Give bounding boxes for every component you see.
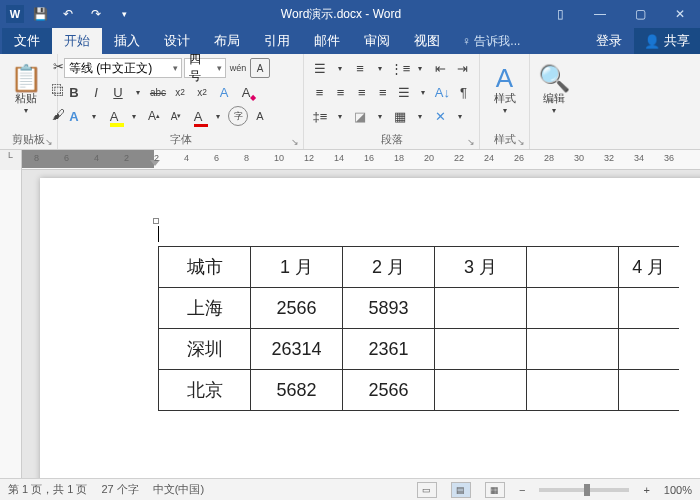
redo-icon[interactable]: ↷: [84, 2, 108, 26]
chevron-down-icon[interactable]: ▾: [452, 106, 468, 126]
close-icon[interactable]: ✕: [660, 0, 700, 28]
tab-view[interactable]: 视图: [402, 28, 452, 54]
strikethrough-button[interactable]: abc: [148, 82, 168, 102]
chevron-down-icon[interactable]: ▾: [412, 58, 428, 78]
account-signin[interactable]: 登录: [584, 28, 634, 54]
status-page[interactable]: 第 1 页，共 1 页: [8, 482, 87, 497]
font-color-button[interactable]: A: [188, 106, 208, 126]
tab-review[interactable]: 审阅: [352, 28, 402, 54]
clear-format-icon[interactable]: A◆: [236, 82, 256, 102]
table-cell[interactable]: [619, 329, 679, 370]
ribbon-options-icon[interactable]: ▯: [540, 0, 580, 28]
table-cell[interactable]: 5682: [251, 370, 343, 411]
tab-file[interactable]: 文件: [2, 28, 52, 54]
vertical-ruler[interactable]: [0, 170, 22, 478]
zoom-in-button[interactable]: +: [643, 484, 649, 496]
font-family-select[interactable]: 等线 (中文正文): [64, 58, 182, 78]
table-cell[interactable]: [619, 288, 679, 329]
char-shading-icon[interactable]: A: [250, 106, 270, 126]
table-cell[interactable]: [435, 370, 527, 411]
line-spacing-icon[interactable]: ‡≡: [310, 106, 330, 126]
distribute-icon[interactable]: ☰: [394, 82, 413, 102]
chevron-down-icon[interactable]: ▾: [130, 82, 146, 102]
increase-indent-icon[interactable]: ⇥: [452, 58, 472, 78]
table-cell[interactable]: [527, 370, 619, 411]
table-row[interactable]: 北京 5682 2566: [159, 370, 679, 411]
align-left-icon[interactable]: ≡: [310, 82, 329, 102]
maximize-icon[interactable]: ▢: [620, 0, 660, 28]
zoom-slider-thumb[interactable]: [584, 484, 590, 496]
chevron-down-icon[interactable]: ▾: [416, 82, 431, 102]
zoom-level[interactable]: 100%: [664, 484, 692, 496]
table-cell[interactable]: 2566: [251, 288, 343, 329]
phonetic-guide-icon[interactable]: wén: [228, 58, 248, 78]
subscript-button[interactable]: x2: [170, 82, 190, 102]
table-header-cell[interactable]: 城市: [159, 247, 251, 288]
table-cell[interactable]: 上海: [159, 288, 251, 329]
italic-button[interactable]: I: [86, 82, 106, 102]
table-move-handle[interactable]: [153, 218, 159, 224]
undo-icon[interactable]: ↶: [56, 2, 80, 26]
table-header-cell[interactable]: 3 月: [435, 247, 527, 288]
bold-button[interactable]: B: [64, 82, 84, 102]
superscript-button[interactable]: x2: [192, 82, 212, 102]
styles-button[interactable]: A 样式 ▾: [486, 58, 523, 122]
web-layout-icon[interactable]: ▦: [485, 482, 505, 498]
decrease-indent-icon[interactable]: ⇤: [430, 58, 450, 78]
table-header-cell[interactable]: [527, 247, 619, 288]
table-cell[interactable]: [619, 370, 679, 411]
table-cell[interactable]: 5893: [343, 288, 435, 329]
chevron-down-icon[interactable]: ▾: [210, 106, 226, 126]
text-effects-icon[interactable]: A: [214, 82, 234, 102]
status-words[interactable]: 27 个字: [101, 482, 138, 497]
horizontal-ruler[interactable]: 864224681012141618202224262830323436: [22, 150, 700, 170]
status-language[interactable]: 中文(中国): [153, 482, 204, 497]
data-table[interactable]: 城市 1 月 2 月 3 月 4 月 上海 2566 5893 深圳 26314…: [158, 246, 679, 411]
table-cell[interactable]: [527, 288, 619, 329]
tab-layout[interactable]: 布局: [202, 28, 252, 54]
clipboard-launcher-icon[interactable]: ↘: [45, 137, 53, 147]
align-justify-icon[interactable]: ≡: [373, 82, 392, 102]
document-page[interactable]: 城市 1 月 2 月 3 月 4 月 上海 2566 5893 深圳 26314…: [40, 178, 700, 478]
chevron-down-icon[interactable]: ▾: [332, 58, 348, 78]
grow-font-icon[interactable]: A▴: [144, 106, 164, 126]
share-button[interactable]: 👤共享: [634, 28, 700, 54]
table-header-cell[interactable]: 4 月: [619, 247, 679, 288]
zoom-out-button[interactable]: −: [519, 484, 525, 496]
borders-icon[interactable]: ▦: [390, 106, 410, 126]
save-icon[interactable]: 💾: [28, 2, 52, 26]
table-cell[interactable]: [527, 329, 619, 370]
editing-button[interactable]: 🔍 编辑 ▾: [536, 58, 572, 122]
table-cell[interactable]: 2566: [343, 370, 435, 411]
zoom-slider[interactable]: [539, 488, 629, 492]
tab-references[interactable]: 引用: [252, 28, 302, 54]
table-cell[interactable]: 北京: [159, 370, 251, 411]
print-layout-icon[interactable]: ▤: [451, 482, 471, 498]
chevron-down-icon[interactable]: ▾: [332, 106, 348, 126]
highlight-button[interactable]: A: [104, 106, 124, 126]
asian-layout-icon[interactable]: ✕: [430, 106, 450, 126]
paste-button[interactable]: 📋 粘贴 ▾: [6, 63, 46, 117]
table-cell[interactable]: [435, 288, 527, 329]
chevron-down-icon[interactable]: ▾: [372, 58, 388, 78]
tab-home[interactable]: 开始: [52, 28, 102, 54]
read-mode-icon[interactable]: ▭: [417, 482, 437, 498]
table-header-cell[interactable]: 1 月: [251, 247, 343, 288]
multilevel-list-icon[interactable]: ⋮≡: [390, 58, 410, 78]
numbering-icon[interactable]: ≡: [350, 58, 370, 78]
char-border-icon[interactable]: A: [250, 58, 270, 78]
styles-launcher-icon[interactable]: ↘: [517, 137, 525, 147]
shrink-font-icon[interactable]: A▾: [166, 106, 186, 126]
text-effect2-icon[interactable]: A: [64, 106, 84, 126]
align-right-icon[interactable]: ≡: [352, 82, 371, 102]
minimize-icon[interactable]: —: [580, 0, 620, 28]
bullets-icon[interactable]: ☰: [310, 58, 330, 78]
table-cell[interactable]: 2361: [343, 329, 435, 370]
sort-icon[interactable]: A↓: [433, 82, 452, 102]
enclose-char-icon[interactable]: 字: [228, 106, 248, 126]
tab-insert[interactable]: 插入: [102, 28, 152, 54]
table-row[interactable]: 深圳 26314 2361: [159, 329, 679, 370]
chevron-down-icon[interactable]: ▾: [412, 106, 428, 126]
tab-mailings[interactable]: 邮件: [302, 28, 352, 54]
show-marks-icon[interactable]: ¶: [454, 82, 473, 102]
